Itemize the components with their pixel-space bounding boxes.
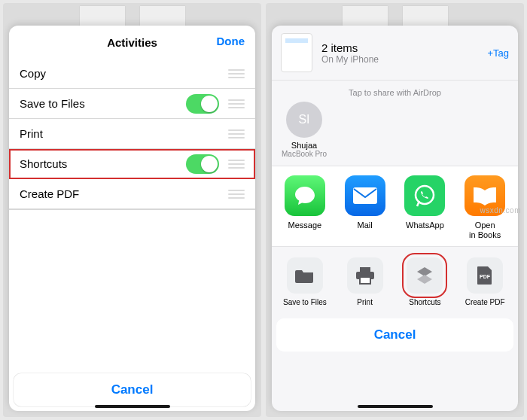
svg-text:PDF: PDF [480, 274, 491, 279]
activities-header: Activities Done [9, 26, 255, 59]
drag-handle-icon[interactable] [228, 190, 245, 199]
document-thumbnail [281, 33, 312, 72]
mail-icon [345, 175, 385, 216]
toggle-switch[interactable] [186, 94, 219, 114]
shortcuts-icon [407, 257, 443, 294]
contact-name: Shujaa [281, 141, 327, 150]
action-shortcuts[interactable]: Shortcuts [395, 257, 455, 306]
row-label: Copy [20, 67, 228, 80]
folder-icon [287, 257, 323, 294]
action-label: Save to Files [275, 298, 335, 306]
app-label: Message [275, 221, 335, 230]
row-label: Shortcuts [20, 157, 186, 170]
printer-icon [347, 257, 383, 294]
cancel-button[interactable]: Cancel [14, 373, 251, 406]
svg-rect-4 [360, 277, 370, 284]
svg-rect-2 [360, 267, 370, 272]
toggle-switch[interactable] [186, 154, 219, 174]
actions-row: Save to Files Print Shortcuts PDF Create… [272, 247, 518, 314]
cancel-button[interactable]: Cancel [276, 318, 513, 352]
add-tag-button[interactable]: +Tag [487, 47, 509, 59]
drag-handle-icon[interactable] [228, 129, 245, 138]
home-indicator [95, 405, 170, 408]
action-save-to-files[interactable]: Save to Files [275, 257, 335, 306]
app-mail[interactable]: Mail [335, 175, 395, 240]
app-message[interactable]: Message [275, 175, 335, 240]
share-sheet: 2 items On My iPhone +Tag Tap to share w… [272, 26, 518, 411]
activities-title: Activities [107, 36, 157, 49]
drag-handle-icon[interactable] [228, 160, 245, 169]
whatsapp-icon [404, 175, 445, 216]
contact-device: MacBook Pro [281, 150, 327, 158]
activities-list: Copy Save to Files Print Shortcuts Creat… [9, 59, 255, 369]
drag-handle-icon[interactable] [228, 69, 245, 78]
action-label: Print [335, 298, 395, 306]
app-label: Mail [335, 221, 395, 230]
pdf-icon: PDF [467, 257, 503, 294]
activities-sheet: Activities Done Copy Save to Files Print… [9, 26, 255, 411]
action-print[interactable]: Print [335, 257, 395, 306]
action-label: Create PDF [455, 298, 515, 306]
row-create-pdf[interactable]: Create PDF [9, 179, 255, 209]
row-shortcuts[interactable]: Shortcuts [9, 149, 255, 179]
row-save-to-files[interactable]: Save to Files [9, 89, 255, 119]
watermark: wsxdn.com [480, 206, 521, 215]
app-label: WhatsApp [395, 221, 455, 230]
row-copy[interactable]: Copy [9, 59, 255, 89]
activities-panel: Activities Done Copy Save to Files Print… [3, 3, 261, 417]
drag-handle-icon[interactable] [228, 99, 245, 108]
row-label: Create PDF [20, 187, 228, 200]
row-label: Save to Files [20, 97, 186, 110]
app-whatsapp[interactable]: WhatsApp [395, 175, 455, 240]
row-print[interactable]: Print [9, 119, 255, 149]
items-count: 2 items [321, 41, 487, 54]
airdrop-caption: Tap to share with AirDrop [272, 85, 518, 102]
done-button[interactable]: Done [217, 35, 245, 47]
message-icon [285, 175, 325, 216]
airdrop-contact[interactable]: SI Shujaa MacBook Pro [281, 102, 327, 158]
row-label: Print [20, 127, 228, 140]
items-location: On My iPhone [321, 54, 487, 65]
action-create-pdf[interactable]: PDF Create PDF [455, 257, 515, 306]
share-header: 2 items On My iPhone +Tag [272, 26, 518, 81]
airdrop-section: Tap to share with AirDrop SI Shujaa MacB… [272, 81, 518, 166]
home-indicator [358, 405, 433, 408]
action-label: Shortcuts [395, 298, 455, 306]
svg-rect-0 [353, 187, 377, 204]
avatar: SI [286, 102, 322, 138]
app-label: Open in Books [455, 221, 515, 240]
